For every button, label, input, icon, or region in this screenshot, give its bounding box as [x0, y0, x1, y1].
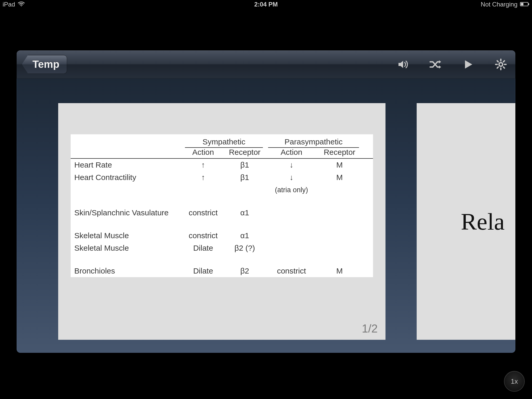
col-action-symp: Action	[182, 148, 224, 157]
row-label: Heart Rate	[71, 161, 182, 169]
play-icon[interactable]	[461, 57, 475, 72]
scale-badge-label: 1x	[511, 377, 518, 385]
page-indicator: 1/2	[362, 322, 378, 335]
content-area[interactable]: Sympathetic Parasympathetic Action Recep…	[17, 78, 515, 353]
shuffle-icon[interactable]	[428, 57, 443, 72]
status-left: iPad	[3, 1, 25, 8]
row-label: Skeletal Muscle	[71, 244, 182, 252]
table-row: Heart Contractility↑β1↓M	[71, 171, 373, 184]
table-row: Skeletal MuscleDilateβ2 (?)	[71, 242, 373, 254]
row-label: Bronchioles	[71, 267, 182, 275]
svg-point-4	[499, 63, 503, 66]
cell-para-action: ↓	[265, 173, 317, 182]
cell-symp-receptor: β2 (?)	[224, 244, 265, 252]
battery-status-text: Not Charging	[481, 1, 517, 8]
table-gap	[71, 196, 373, 207]
table-row: Skin/Splanchnic Vasulatureconstrictα1	[71, 207, 373, 219]
svg-point-0	[21, 5, 22, 6]
cell-para-action: (atria only)	[265, 186, 317, 194]
back-button[interactable]: Temp	[22, 55, 67, 74]
col-receptor-para: Receptor	[317, 148, 362, 157]
col-action-para: Action	[265, 148, 317, 157]
svg-line-9	[497, 61, 498, 62]
row-label: Skin/Splanchnic Vasulature	[71, 208, 182, 217]
cell-symp-receptor: β1	[224, 173, 265, 182]
col-receptor-symp: Receptor	[224, 148, 265, 157]
cell-symp-action: Dilate	[182, 267, 224, 275]
cell-symp-action: ↑	[182, 173, 224, 182]
col-group-parasympathetic: Parasympathetic	[284, 137, 342, 146]
cell-symp-action: constrict	[182, 231, 224, 240]
cell-symp-action: ↑	[182, 161, 224, 169]
audio-icon[interactable]	[395, 57, 410, 72]
physiology-table: Sympathetic Parasympathetic Action Recep…	[71, 134, 373, 277]
wifi-icon	[18, 1, 25, 8]
back-button-label: Temp	[32, 58, 59, 70]
flashcard-next-preview[interactable]: Rela	[417, 103, 515, 340]
cell-symp-action: Dilate	[182, 244, 224, 252]
row-label: Skeletal Muscle	[71, 231, 182, 240]
cell-para-receptor: M	[317, 173, 362, 182]
battery-icon	[520, 1, 529, 8]
cell-symp-receptor: α1	[224, 231, 265, 240]
cell-symp-receptor: β2	[224, 267, 265, 275]
next-card-text: Rela	[461, 208, 505, 235]
toolbar-icons	[395, 57, 508, 72]
table-row: Skeletal Muscleconstrictα1	[71, 229, 373, 242]
svg-rect-3	[521, 3, 523, 5]
cell-para-receptor: M	[317, 267, 362, 275]
cell-para-action: constrict	[265, 267, 317, 275]
flashcard-current[interactable]: Sympathetic Parasympathetic Action Recep…	[58, 103, 385, 340]
device-label: iPad	[3, 1, 15, 8]
table-gap	[71, 254, 373, 265]
table-header-groups: Sympathetic Parasympathetic	[71, 134, 373, 148]
cell-symp-receptor: β1	[224, 161, 265, 169]
cell-symp-receptor: α1	[224, 208, 265, 217]
table-row: BronchiolesDilateβ2constrictM	[71, 265, 373, 277]
toolbar: Temp	[17, 50, 515, 78]
svg-line-12	[497, 67, 498, 68]
svg-line-10	[503, 67, 504, 68]
status-time: 2:04 PM	[254, 1, 278, 8]
row-label: Heart Contractility	[71, 173, 182, 182]
gear-icon[interactable]	[494, 57, 508, 72]
status-right: Not Charging	[481, 1, 529, 8]
cell-symp-action: constrict	[182, 208, 224, 217]
table-row: Heart Rate↑β1↓M	[71, 159, 373, 171]
app-window: Temp	[17, 50, 515, 353]
status-bar: iPad 2:04 PM Not Charging	[0, 0, 532, 9]
table-row: (atria only)	[71, 184, 373, 196]
col-group-sympathetic: Sympathetic	[202, 137, 245, 146]
table-header-sub: Action Receptor Action Receptor	[71, 148, 373, 159]
svg-rect-2	[528, 3, 529, 5]
table-gap	[71, 219, 373, 229]
svg-line-11	[503, 61, 504, 62]
cell-para-action: ↓	[265, 161, 317, 169]
scale-badge[interactable]: 1x	[504, 371, 525, 392]
cell-para-receptor: M	[317, 161, 362, 169]
